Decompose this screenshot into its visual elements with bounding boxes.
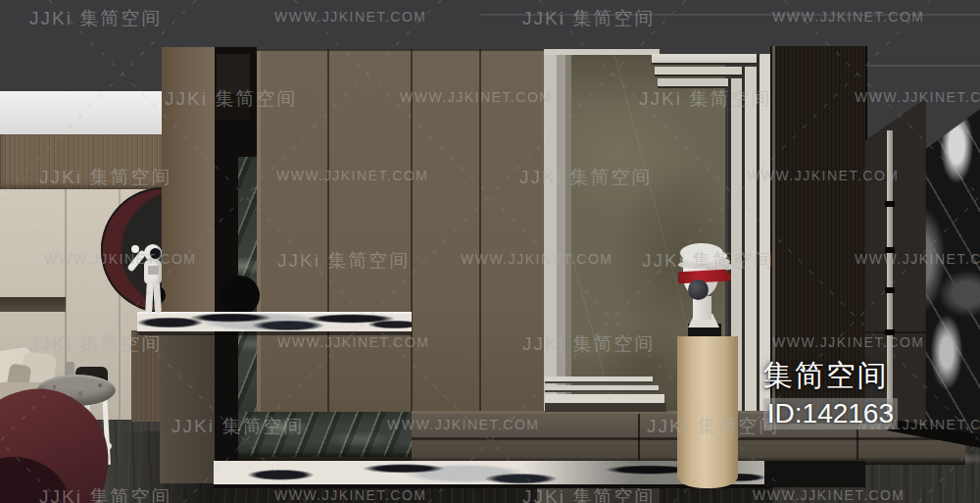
site-brand-text: 集简空间 (763, 356, 898, 396)
watermark-text: WWW.JJKINET.COM (400, 89, 553, 105)
watermark-text: WWW.JJKINET.COM (753, 487, 906, 503)
watermark-text: JJKi 集简空间 (522, 484, 655, 503)
watermark-text: WWW.JJKINET.COM (277, 334, 430, 350)
watermark-text: WWW.JJKINET.COM (44, 251, 197, 267)
watermark-text: JJKi 集简空间 (522, 331, 655, 357)
watermark-text: JJKi 集简空间 (172, 414, 304, 439)
watermark-text: WWW.JJKINET.COM (772, 334, 925, 350)
watermark-text: JJKi 集简空间 (39, 484, 172, 503)
watermark-text: WWW.JJKINET.COM (387, 417, 540, 432)
watermark-text: JJKi 集简空间 (519, 165, 652, 190)
watermark-text: JJKi 集简空间 (639, 86, 771, 112)
site-id-number: ID:142163 (763, 398, 898, 429)
watermark-text: WWW.JJKINET.COM (855, 89, 980, 105)
watermark-text: JJKi 集简空间 (29, 6, 162, 31)
watermark-text: JJKi 集简空间 (165, 86, 297, 112)
site-id-overlay: 集简空间 ID:142163 (763, 356, 898, 429)
interior-render-scene: JJKi 集简空间WWW.JJKINET.COMJJKi 集简空间WWW.JJK… (0, 0, 980, 503)
watermark-text: WWW.JJKINET.COM (461, 251, 613, 267)
watermark-text: JJKi 集简空间 (647, 414, 779, 439)
watermark-text: JJKi 集简空间 (277, 248, 410, 274)
watermark-text: WWW.JJKINET.COM (772, 9, 925, 25)
watermark-text: JJKi 集简空间 (642, 248, 774, 274)
watermark-text: WWW.JJKINET.COM (855, 251, 980, 267)
watermark-text: JJKi 集简空间 (39, 165, 172, 190)
watermark-text: WWW.JJKINET.COM (276, 168, 429, 183)
watermark-text: WWW.JJKINET.COM (274, 9, 427, 25)
watermark-text: WWW.JJKINET.COM (747, 168, 900, 183)
watermark-text: JJKi 集简空间 (522, 6, 655, 31)
watermark-text: WWW.JJKINET.COM (274, 487, 427, 503)
watermark-text: JJKi 集简空间 (29, 331, 162, 357)
